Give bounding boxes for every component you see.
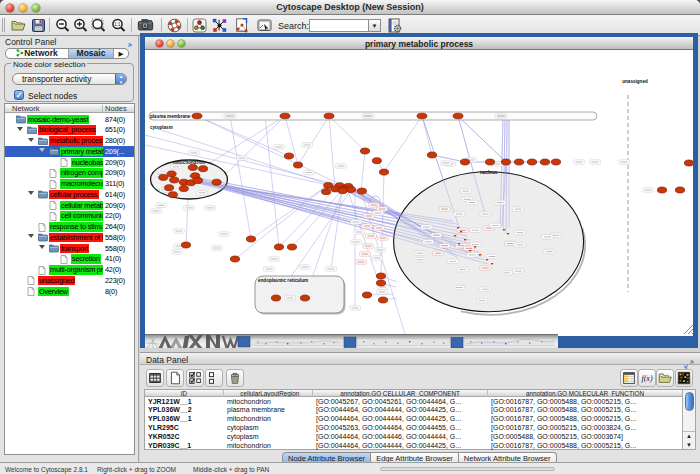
graph-node[interactable]	[230, 256, 239, 262]
graph-node[interactable]	[551, 159, 560, 165]
save-file-icon[interactable]	[30, 17, 47, 34]
graph-node[interactable]	[376, 273, 385, 279]
configure-search-icon[interactable]	[386, 17, 403, 34]
help-ring-icon[interactable]	[166, 17, 183, 34]
mitochondrion-node[interactable]	[193, 178, 202, 184]
tree-row[interactable]: nitrogen compou209(0)	[5, 168, 134, 179]
tab-network[interactable]: Network	[6, 49, 69, 58]
graph-node[interactable]	[360, 148, 369, 154]
tree-row[interactable]: mosaic-demo-yeast874(0)	[5, 114, 134, 125]
tree-row[interactable]: secretion41(0)	[5, 254, 134, 265]
mitochondrion-node[interactable]	[199, 166, 208, 172]
expand-arrow-icon[interactable]	[17, 127, 23, 131]
annotation-icon[interactable]	[256, 17, 273, 34]
tab-mosaic[interactable]: Mosaic	[69, 49, 114, 58]
graph-node[interactable]	[181, 242, 190, 248]
graph-node[interactable]	[372, 158, 381, 164]
mitochondrion-node[interactable]	[165, 185, 174, 191]
function-builder-button[interactable]: f(x)	[638, 369, 656, 387]
attribute-select-table-button[interactable]	[146, 369, 164, 387]
table-row[interactable]: YKR052Ccytoplasm[GO:0044464, GO:0044446,…	[145, 433, 695, 442]
membrane-node[interactable]	[453, 113, 463, 119]
network-canvas[interactable]: plasma membranecytoplasmmitochondrionnuc…	[145, 50, 693, 336]
tree-row[interactable]: cellular process614(0)	[5, 189, 134, 200]
mitochondrion-node[interactable]	[179, 186, 188, 192]
graph-node[interactable]	[274, 244, 283, 250]
mitochondrion-node[interactable]	[212, 179, 221, 185]
network-tree-header[interactable]: Network Nodes	[5, 104, 134, 113]
tree-row[interactable]: metabolic process280(0)	[5, 136, 134, 147]
mitochondrion-node[interactable]	[188, 164, 197, 170]
select-attributes-button[interactable]	[186, 369, 204, 387]
table-column-header[interactable]: ID	[145, 390, 224, 397]
zoom-out-icon[interactable]	[54, 17, 71, 34]
create-attribute-button[interactable]	[166, 369, 184, 387]
expand-arrow-icon[interactable]	[28, 234, 34, 238]
scrollbar-thumb[interactable]	[685, 392, 694, 411]
scroll-up-icon[interactable]: ▲	[683, 432, 695, 441]
graph-node[interactable]	[514, 159, 523, 165]
search-dropdown-button[interactable]: ▼	[369, 19, 381, 32]
membrane-node[interactable]	[324, 113, 334, 119]
expand-arrow-icon[interactable]	[28, 191, 34, 195]
graph-node[interactable]	[485, 159, 494, 165]
table-row[interactable]: YLR295Ccytoplasm[GO:0045263, GO:0044464,…	[145, 424, 695, 433]
zoom-in-icon[interactable]	[72, 17, 89, 34]
graph-node[interactable]	[657, 187, 666, 193]
scroll-down-icon[interactable]: ▼	[683, 441, 695, 450]
graph-node[interactable]	[527, 159, 536, 165]
membrane-node[interactable]	[417, 113, 427, 119]
matrix-view-button[interactable]	[675, 369, 693, 387]
graph-node[interactable]	[287, 244, 296, 250]
attribute-editor-button[interactable]	[620, 369, 638, 387]
float-panel-icon[interactable]	[684, 355, 694, 364]
graph-node[interactable]	[271, 295, 280, 301]
graph-node[interactable]	[540, 159, 549, 165]
graph-node[interactable]	[378, 297, 387, 303]
float-panel-icon[interactable]	[122, 38, 132, 47]
graph-node[interactable]	[300, 295, 309, 301]
graph-node[interactable]	[362, 292, 371, 298]
tree-row[interactable]: multi-organism pro42(0)	[5, 265, 134, 276]
tree-row[interactable]: nucleobase-c209(0)	[5, 157, 134, 168]
cluster-node[interactable]	[338, 188, 347, 194]
tab-overflow-button[interactable]: ▶	[114, 49, 128, 58]
layout-network-icon[interactable]	[211, 17, 228, 34]
expand-arrow-icon[interactable]	[39, 245, 45, 249]
network-window-titlebar[interactable]: primary metabolic process	[145, 37, 693, 50]
mitochondrion-node[interactable]	[168, 192, 177, 198]
snapshot-camera-icon[interactable]	[137, 17, 154, 34]
select-nodes-checkbox[interactable]: ✓	[14, 90, 24, 100]
search-input[interactable]	[309, 19, 369, 32]
resize-grip-icon[interactable]	[683, 324, 694, 335]
toolbar-drag-handle[interactable]	[2, 18, 5, 32]
graph-node[interactable]	[460, 159, 469, 165]
create-network-icon[interactable]	[234, 17, 251, 34]
mitochondrion-node[interactable]	[167, 171, 176, 177]
table-column-header[interactable]: annotation.GO CELLULAR_COMPONENT	[313, 390, 488, 397]
table-row[interactable]: YDR039C__1mitochondrion[GO:0044464, GO:0…	[145, 442, 695, 451]
vizmapper-icon[interactable]	[191, 17, 208, 34]
tree-row[interactable]: cellular metabol209(0)	[5, 200, 134, 211]
table-row[interactable]: YPL036W__2plasma membrane[GO:0044464, GO…	[145, 406, 695, 415]
graph-node[interactable]	[427, 152, 436, 158]
combo-spinner-icon[interactable]: ▲▼	[115, 73, 127, 85]
membrane-node[interactable]	[192, 113, 202, 119]
graph-node[interactable]	[501, 159, 510, 165]
attribute-table-header[interactable]: ID_cellularLayoutRegionannotation.GO CEL…	[145, 390, 695, 397]
tree-row[interactable]: transport558(0)	[5, 243, 134, 254]
open-file-icon[interactable]	[10, 17, 27, 34]
expand-arrow-icon[interactable]	[39, 148, 45, 152]
tree-row[interactable]: biological_process651(0)	[5, 125, 134, 136]
tree-row[interactable]: response to stimulu264(0)	[5, 222, 134, 233]
table-column-header[interactable]: _cellularLayoutRegion	[224, 390, 313, 397]
import-attributes-button[interactable]	[656, 369, 674, 387]
tree-row[interactable]: unassigned223(0)	[5, 275, 134, 286]
table-row[interactable]: YJR121W__1mitochondrion[GO:0045267, GO:0…	[145, 398, 695, 407]
graph-node[interactable]	[293, 162, 302, 168]
table-column-header[interactable]: annotation.GO MOLECULAR_FUNCTION	[488, 390, 683, 397]
window-titlebar[interactable]: Cytoscape Desktop (New Session)	[0, 0, 700, 15]
tree-row[interactable]: macromolecule311(0)	[5, 179, 134, 190]
tree-row[interactable]: cell communicati22(0)	[5, 211, 134, 222]
membrane-node[interactable]	[280, 113, 290, 119]
